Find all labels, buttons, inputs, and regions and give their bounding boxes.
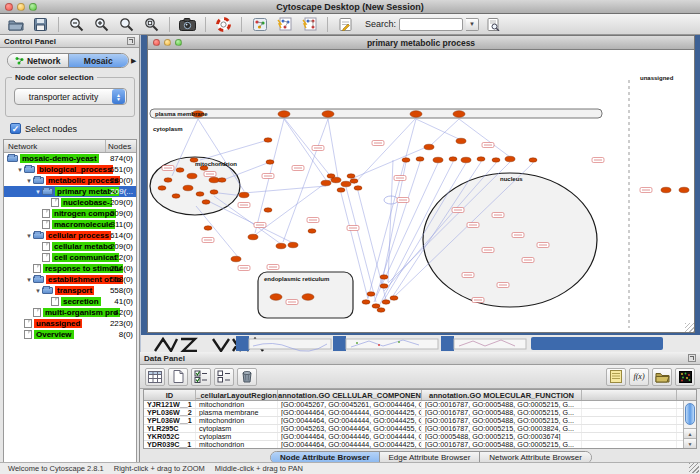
tree-row[interactable]: ▼biological_process651(0) bbox=[4, 164, 136, 175]
network-node[interactable] bbox=[264, 138, 272, 142]
tab-mosaic[interactable]: Mosaic bbox=[68, 54, 129, 67]
zoom-fit-icon[interactable] bbox=[140, 15, 163, 33]
network-node[interactable] bbox=[302, 294, 314, 301]
network-node[interactable] bbox=[327, 174, 335, 178]
window-resize-grip[interactable] bbox=[689, 463, 699, 473]
tab-network[interactable]: Network bbox=[8, 54, 68, 67]
disclosure-triangle-icon[interactable]: ▼ bbox=[25, 178, 33, 184]
zoom-selected-icon[interactable] bbox=[115, 15, 138, 33]
tree-row[interactable]: ▼metabolic process280(0) bbox=[4, 175, 136, 186]
new-attribute-icon[interactable] bbox=[168, 368, 188, 386]
network-node[interactable] bbox=[337, 188, 345, 192]
network-node[interactable] bbox=[210, 190, 218, 194]
network-node[interactable] bbox=[158, 186, 166, 190]
attribute-matrix-icon[interactable] bbox=[675, 368, 695, 386]
network-node[interactable] bbox=[402, 158, 410, 162]
network-view-window[interactable]: primary metabolic process plasma membran… bbox=[147, 35, 695, 333]
scroll-down-icon[interactable]: ▼ bbox=[684, 438, 696, 448]
tree-row[interactable]: ▼establishment of lo558(0) bbox=[4, 274, 136, 285]
network-window-titlebar[interactable]: primary metabolic process bbox=[148, 36, 694, 50]
network-node[interactable] bbox=[276, 243, 286, 249]
table-scrollbar[interactable]: ▲ ▼ bbox=[683, 401, 696, 448]
enhanced-search-icon[interactable] bbox=[482, 15, 505, 33]
layout-network-icon[interactable] bbox=[273, 15, 296, 33]
zoom-in-icon[interactable] bbox=[90, 15, 113, 33]
network-node[interactable] bbox=[278, 111, 290, 118]
table-row[interactable]: YPL036W__2plasma membrane[GO:0044464, GO… bbox=[144, 409, 696, 417]
table-row[interactable]: YKR052Ccytoplasm[GO:0044464, GO:0044446,… bbox=[144, 433, 696, 441]
tree-row[interactable]: macromolecule311(0) bbox=[4, 219, 136, 230]
network-node[interactable] bbox=[424, 144, 434, 150]
network-node[interactable] bbox=[288, 242, 298, 248]
tree-row[interactable]: unassigned223(0) bbox=[4, 318, 136, 329]
disclosure-triangle-icon[interactable]: ▼ bbox=[34, 288, 42, 294]
unselect-attributes-icon[interactable] bbox=[214, 368, 234, 386]
network-node[interactable] bbox=[176, 168, 184, 172]
network-node[interactable] bbox=[449, 157, 457, 161]
network-node[interactable] bbox=[231, 256, 241, 262]
network-node[interactable] bbox=[362, 300, 370, 304]
tree-row[interactable]: Overview8(0) bbox=[4, 329, 136, 340]
tree-row[interactable]: nucleobase-209(0) bbox=[4, 197, 136, 208]
network-node[interactable] bbox=[661, 187, 671, 193]
network-node[interactable] bbox=[341, 181, 351, 187]
network-node[interactable] bbox=[416, 157, 424, 161]
tree-row[interactable]: multi-organism pro42(0) bbox=[4, 307, 136, 318]
column-header[interactable]: ID bbox=[144, 390, 196, 400]
network-node[interactable] bbox=[529, 158, 537, 162]
column-header[interactable]: _cellularLayoutRegion bbox=[196, 390, 278, 400]
network-node[interactable] bbox=[183, 185, 193, 191]
float-data-panel-icon[interactable] bbox=[688, 354, 696, 362]
network-node[interactable] bbox=[202, 200, 210, 204]
search-dropdown-icon[interactable]: ▼ bbox=[466, 18, 479, 31]
function-builder-icon[interactable]: f(x) bbox=[629, 368, 649, 386]
column-header[interactable] bbox=[582, 390, 677, 400]
search-input[interactable] bbox=[399, 18, 463, 31]
network-node[interactable] bbox=[350, 179, 358, 183]
network-node[interactable] bbox=[239, 192, 249, 198]
network-node[interactable] bbox=[461, 157, 471, 163]
table-row[interactable]: YLR295Ccytoplasm[GO:0045263, GO:0044464,… bbox=[144, 425, 696, 433]
attribute-table-icon[interactable] bbox=[145, 368, 165, 386]
network-node[interactable] bbox=[270, 294, 282, 301]
disclosure-triangle-icon[interactable]: ▼ bbox=[25, 277, 33, 283]
network-node[interactable] bbox=[380, 275, 388, 279]
network-node[interactable] bbox=[164, 178, 172, 182]
snapshot-icon[interactable] bbox=[176, 15, 199, 33]
view-resize-grip[interactable] bbox=[685, 323, 694, 332]
table-row[interactable]: YPL036W__1mitochondrion[GO:0044464, GO:0… bbox=[144, 417, 696, 425]
open-session-icon[interactable] bbox=[4, 15, 27, 33]
network-node[interactable] bbox=[679, 187, 689, 193]
network-node[interactable] bbox=[410, 111, 422, 118]
scrollbar-thumb[interactable] bbox=[685, 403, 695, 425]
column-header[interactable]: annotation.GO CELLULAR_COMPONENT bbox=[278, 390, 422, 400]
column-header[interactable]: annotation.GO MOLECULAR_FUNCTION bbox=[422, 390, 582, 400]
network-node[interactable] bbox=[380, 284, 388, 288]
notes-icon[interactable] bbox=[606, 368, 626, 386]
tree-row[interactable]: nitrogen compo209(0) bbox=[4, 208, 136, 219]
save-session-icon[interactable] bbox=[29, 15, 52, 33]
network-node[interactable] bbox=[367, 292, 375, 296]
network-node[interactable] bbox=[382, 300, 390, 304]
network-node[interactable] bbox=[377, 308, 385, 312]
tree-row[interactable]: cellular metabo209(0) bbox=[4, 241, 136, 252]
scroll-up-icon[interactable]: ▲ bbox=[684, 428, 696, 438]
network-node[interactable] bbox=[390, 296, 398, 300]
help-icon[interactable] bbox=[212, 15, 235, 33]
tree-row[interactable]: mosaic-demo-yeast874(0) bbox=[4, 153, 136, 164]
network-node[interactable] bbox=[347, 174, 355, 178]
vizmapper-icon[interactable] bbox=[248, 15, 271, 33]
tree-col-network[interactable]: Network bbox=[4, 140, 106, 152]
select-nodes-checkbox[interactable]: ✓ bbox=[10, 123, 21, 134]
delete-attribute-icon[interactable] bbox=[237, 368, 257, 386]
float-panel-icon[interactable] bbox=[127, 37, 135, 45]
network-node[interactable] bbox=[372, 304, 380, 308]
network-node[interactable] bbox=[321, 180, 331, 186]
network-node[interactable] bbox=[505, 156, 515, 162]
network-canvas[interactable]: plasma membranecytoplasmmitochondrionnuc… bbox=[148, 50, 694, 332]
network-node[interactable] bbox=[453, 111, 465, 118]
network-node[interactable] bbox=[477, 157, 485, 161]
disclosure-triangle-icon[interactable]: ▼ bbox=[25, 233, 33, 239]
disclosure-triangle-icon[interactable]: ▼ bbox=[34, 189, 42, 195]
tree-row[interactable]: cell communicat22(0) bbox=[4, 252, 136, 263]
